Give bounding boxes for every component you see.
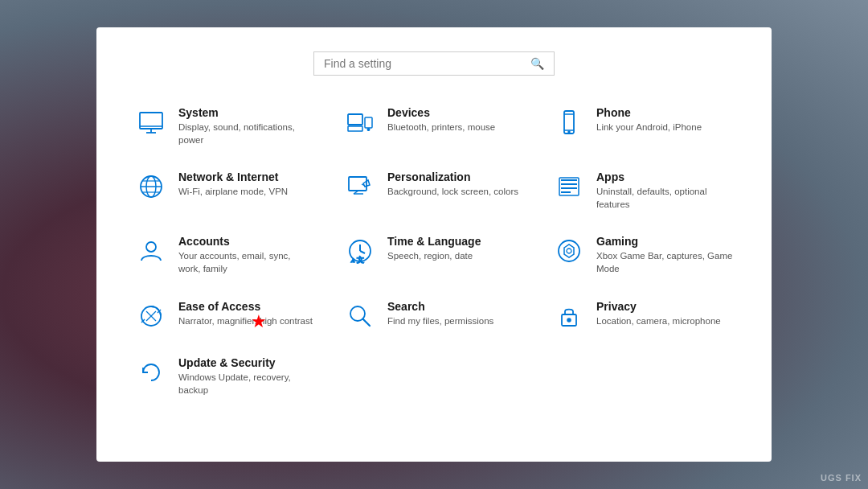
setting-item-update[interactable]: Update & Security Windows Update, recove… <box>129 348 321 405</box>
setting-item-network[interactable]: Network & Internet Wi-Fi, airplane mode,… <box>129 162 321 219</box>
apps-text: Apps Uninstall, defaults, optional featu… <box>596 171 733 211</box>
apps-icon <box>553 171 585 203</box>
setting-item-time[interactable]: A文 Time & Language Speech, region, date <box>338 227 530 283</box>
network-desc: Wi-Fi, airplane mode, VPN <box>178 185 315 198</box>
ease-title: Ease of Access <box>178 300 315 313</box>
accounts-desc: Your accounts, email, sync, work, family <box>178 249 315 275</box>
svg-line-29 <box>360 251 365 253</box>
privacy-text: Privacy Location, camera, microphone <box>596 300 733 327</box>
apps-title: Apps <box>596 171 733 183</box>
time-icon: A文 <box>344 235 376 267</box>
time-title: Time & Language <box>387 235 524 248</box>
gaming-text: Gaming Xbox Game Bar, captures, Game Mod… <box>596 235 733 275</box>
accounts-title: Accounts <box>178 235 315 248</box>
phone-desc: Link your Android, iPhone <box>596 121 733 134</box>
setting-item-personalization[interactable]: Personalization Background, lock screen,… <box>338 162 530 219</box>
svg-point-32 <box>559 240 579 261</box>
system-desc: Display, sound, notifications, power <box>178 121 315 146</box>
svg-point-38 <box>567 318 571 322</box>
personalization-title: Personalization <box>387 171 524 183</box>
system-text: System Display, sound, notifications, po… <box>178 106 315 146</box>
accounts-text: Accounts Your accounts, email, sync, wor… <box>178 235 315 275</box>
system-title: System <box>178 106 315 119</box>
gaming-icon <box>553 235 585 267</box>
update-title: Update & Security <box>178 356 315 369</box>
svg-line-36 <box>363 318 371 326</box>
phone-text: Phone Link your Android, iPhone <box>596 106 733 134</box>
setting-item-ease[interactable]: Ease of Access Narrator, magnifier, high… <box>129 292 321 340</box>
setting-item-apps[interactable]: Apps Uninstall, defaults, optional featu… <box>547 162 739 219</box>
personalization-desc: Background, lock screen, colors <box>387 185 524 198</box>
devices-title: Devices <box>387 106 524 119</box>
search-setting-icon <box>344 300 376 332</box>
privacy-desc: Location, camera, microphone <box>596 314 733 327</box>
svg-point-7 <box>367 129 369 130</box>
gaming-title: Gaming <box>596 235 733 248</box>
gaming-desc: Xbox Game Bar, captures, Game Mode <box>596 249 733 275</box>
ease-icon <box>135 300 167 332</box>
svg-rect-4 <box>348 114 362 125</box>
svg-rect-6 <box>365 117 372 128</box>
watermark: UGS FIX <box>821 473 862 483</box>
network-icon <box>135 171 167 203</box>
devices-text: Devices Bluetooth, printers, mouse <box>387 106 524 134</box>
setting-item-phone[interactable]: Phone Link your Android, iPhone <box>547 98 739 154</box>
search-title: Search <box>387 300 524 313</box>
settings-grid: System Display, sound, notifications, po… <box>129 98 739 405</box>
svg-point-33 <box>567 249 571 253</box>
ease-desc: Narrator, magnifier, high contrast <box>178 314 315 327</box>
setting-item-search[interactable]: Search Find my files, permissions <box>338 292 530 340</box>
privacy-icon <box>553 300 585 332</box>
search-bar[interactable]: 🔍 <box>313 51 555 76</box>
setting-item-privacy[interactable]: Privacy Location, camera, microphone <box>547 292 739 340</box>
network-title: Network & Internet <box>178 171 315 183</box>
network-text: Network & Internet Wi-Fi, airplane mode,… <box>178 171 315 198</box>
time-desc: Speech, region, date <box>387 249 524 262</box>
svg-rect-5 <box>348 126 362 131</box>
accounts-icon <box>135 235 167 267</box>
setting-item-devices[interactable]: Devices Bluetooth, printers, mouse <box>338 98 530 154</box>
svg-point-11 <box>568 131 570 133</box>
update-text: Update & Security Windows Update, recove… <box>178 356 315 397</box>
devices-icon <box>344 106 376 138</box>
svg-text:A: A <box>350 257 355 264</box>
setting-item-system[interactable]: System Display, sound, notifications, po… <box>129 98 321 154</box>
svg-text:文: 文 <box>357 256 364 264</box>
time-text: Time & Language Speech, region, date <box>387 235 524 262</box>
search-icon: 🔍 <box>530 57 544 70</box>
devices-desc: Bluetooth, printers, mouse <box>387 121 524 134</box>
search-desc: Find my files, permissions <box>387 314 524 327</box>
ease-text: Ease of Access Narrator, magnifier, high… <box>178 300 315 327</box>
search-input[interactable] <box>324 57 527 70</box>
svg-point-26 <box>146 242 156 252</box>
setting-item-gaming[interactable]: Gaming Xbox Game Bar, captures, Game Mod… <box>547 227 739 283</box>
setting-item-accounts[interactable]: Accounts Your accounts, email, sync, wor… <box>129 227 321 283</box>
apps-desc: Uninstall, defaults, optional features <box>596 185 733 211</box>
settings-window: 🔍 System Display, sound, notifications, … <box>96 27 772 462</box>
privacy-title: Privacy <box>596 300 733 313</box>
system-icon <box>135 106 167 138</box>
personalization-text: Personalization Background, lock screen,… <box>387 171 524 198</box>
search-text: Search Find my files, permissions <box>387 300 524 327</box>
phone-icon <box>553 106 585 138</box>
update-desc: Windows Update, recovery, backup <box>178 371 315 397</box>
update-icon <box>135 356 167 388</box>
personalization-icon <box>344 171 376 203</box>
phone-title: Phone <box>596 106 733 119</box>
